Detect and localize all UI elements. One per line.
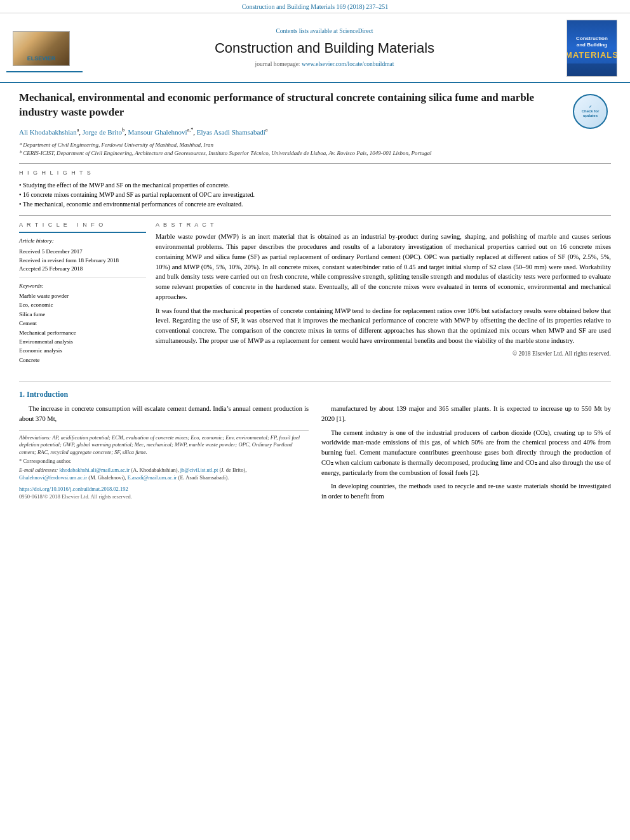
journal-title: Construction and Building Materials: [89, 39, 560, 58]
email-1[interactable]: khodabakhshi.ali@mail.um.ac.ir: [59, 467, 130, 473]
doi-text[interactable]: https://doi.org/10.1016/j.conbuildmat.20…: [19, 486, 128, 492]
intro-right-text: manufactured by about 139 major and 365 …: [321, 404, 611, 502]
contents-prefix: Contents lists available at: [276, 28, 337, 34]
email-2[interactable]: jb@civil.ist.utl.pt: [180, 467, 218, 473]
abstract-para-2: It was found that the mechanical propert…: [156, 306, 611, 346]
logo-top-text: Constructionand Building: [576, 36, 608, 48]
accepted-date: Accepted 25 February 2018: [19, 265, 146, 274]
authors-line: Ali Khodabakhshiana, Jorge de Britob, Ma…: [19, 126, 611, 137]
author-2: Jorge de Brito: [83, 128, 122, 136]
check-badge-text: ✓Check forupdates: [582, 105, 600, 119]
intro-two-col: The increase in concrete consumption wil…: [19, 404, 611, 505]
history-section: Article history: Received 5 December 201…: [19, 233, 146, 277]
keyword-3: Silica fume: [19, 310, 146, 319]
copyright-text: © 2018 Elsevier Ltd. All rights reserved…: [156, 350, 611, 358]
article-info-box: Article history: Received 5 December 201…: [19, 232, 146, 368]
keyword-8: Concrete: [19, 356, 146, 364]
intro-right-p2: The cement industry is one of the indust…: [321, 428, 611, 478]
highlights-label: H I G H L I G H T S: [19, 169, 611, 177]
received-date: Received 5 December 2017: [19, 248, 146, 257]
footnotes: Abbreviations: AP, acidification potenti…: [19, 430, 309, 501]
introduction-section: 1. Introduction The increase in concrete…: [19, 381, 611, 505]
journal-reference-text: Construction and Building Materials 169 …: [242, 3, 389, 10]
abbreviations-footnote: Abbreviations: AP, acidification potenti…: [19, 434, 309, 457]
logo-materials-text: MATERIALS: [566, 50, 617, 61]
homepage-url[interactable]: www.elsevier.com/locate/conbuildmat: [302, 61, 394, 67]
email-4[interactable]: E.asadi@mail.um.ac.ir: [128, 474, 177, 481]
abstract-label: A B S T R A C T: [156, 221, 611, 229]
highlight-item-3: The mechanical, economic and environment…: [19, 199, 611, 209]
intro-right-p3: In developing countries, the methods use…: [321, 481, 611, 502]
main-two-col: A R T I C L E I N F O Article history: R…: [19, 221, 611, 368]
affiliation-a: ᵃ Department of Civil Engineering, Ferdo…: [19, 141, 611, 149]
sciencedirect-text[interactable]: ScienceDirect: [339, 28, 373, 34]
highlight-item-2: 16 concrete mixes containing MWP and SF …: [19, 190, 611, 199]
intro-col-right: manufactured by about 139 major and 365 …: [321, 404, 611, 505]
article-title-container: Mechanical, environmental and economic p…: [19, 91, 611, 120]
section-title-text: Introduction: [27, 390, 68, 399]
abstract-text: Marble waste powder (MWP) is an inert ma…: [156, 232, 611, 345]
keyword-2: Eco, economic: [19, 300, 146, 309]
keyword-1: Marble waste powder: [19, 291, 146, 300]
highlight-item-1: Studying the effect of the MWP and SF on…: [19, 180, 611, 190]
author-1-sup: a: [77, 127, 79, 133]
affiliations: ᵃ Department of Civil Engineering, Ferdo…: [19, 141, 611, 157]
intro-left-p1: The increase in concrete consumption wil…: [19, 404, 309, 424]
author-3: Mansour Ghalehnovi: [128, 128, 187, 136]
keywords-section: Keywords: Marble waste powder Eco, econo…: [19, 278, 146, 369]
elsevier-logo: [6, 25, 83, 72]
separator-2: [19, 215, 611, 216]
article-title-text: Mechanical, environmental and economic p…: [19, 91, 534, 118]
highlights-section: H I G H L I G H T S Studying the effect …: [19, 169, 611, 209]
highlights-list: Studying the effect of the MWP and SF on…: [19, 180, 611, 209]
journal-header: Contents lists available at ScienceDirec…: [0, 13, 630, 83]
intro-right-p1: manufactured by about 139 major and 365 …: [321, 404, 611, 424]
author-4: Elyas Asadi Shamsabadi: [197, 128, 265, 136]
article-info-col: A R T I C L E I N F O Article history: R…: [19, 221, 146, 368]
elsevier-tree-image: [13, 31, 70, 66]
journal-logo-box: Constructionand Building MATERIALS: [566, 20, 617, 77]
journal-reference-bar: Construction and Building Materials 169 …: [0, 0, 630, 13]
abstract-col: A B S T R A C T Marble waste powder (MWP…: [156, 221, 611, 368]
journal-homepage: journal homepage: www.elsevier.com/locat…: [89, 60, 560, 69]
keyword-7: Economic analysis: [19, 346, 146, 355]
intro-left-text: The increase in concrete consumption wil…: [19, 404, 309, 424]
journal-header-center: Contents lists available at ScienceDirec…: [83, 27, 566, 69]
contents-available-line: Contents lists available at ScienceDirec…: [89, 27, 560, 36]
email-label: E-mail addresses:: [19, 467, 58, 473]
section-number: 1.: [19, 390, 25, 399]
article-body: Mechanical, environmental and economic p…: [0, 83, 630, 513]
check-for-updates-badge: ✓Check forupdates: [570, 91, 611, 132]
revised-date: Received in revised form 18 February 201…: [19, 257, 146, 265]
keyword-4: Cement: [19, 319, 146, 328]
issn-line: 0950-0618/© 2018 Elsevier Ltd. All right…: [19, 493, 309, 501]
homepage-prefix: journal homepage:: [255, 61, 300, 67]
abbreviations-text: Abbreviations: AP, acidification potenti…: [19, 434, 300, 456]
intro-col-left: The increase in concrete consumption wil…: [19, 404, 309, 505]
author-4-sup: a: [265, 127, 268, 133]
corresponding-footnote: * Corresponding author.: [19, 458, 309, 465]
keyword-5: Mechanical performance: [19, 328, 146, 337]
email-3[interactable]: Ghalehnovi@ferdowsi.um.ac.ir: [19, 474, 87, 481]
separator-1: [19, 163, 611, 164]
author-3-sup: a,*: [187, 127, 194, 133]
history-label: Article history:: [19, 237, 146, 245]
abstract-section: A B S T R A C T Marble waste powder (MWP…: [156, 221, 611, 358]
affiliation-b: ᵇ CERIS-ICIST, Department of Civil Engin…: [19, 149, 611, 157]
author-2-sup: b: [122, 127, 124, 133]
author-1: Ali Khodabakhshian: [19, 128, 77, 136]
keyword-6: Environmental analysis: [19, 337, 146, 346]
keywords-label: Keywords:: [19, 282, 146, 290]
article-info-label: A R T I C L E I N F O: [19, 221, 146, 229]
introduction-title: 1. Introduction: [19, 389, 611, 400]
abstract-para-1: Marble waste powder (MWP) is an inert ma…: [156, 232, 611, 302]
email-footnote: E-mail addresses: khodabakhshi.ali@mail.…: [19, 467, 309, 482]
doi-line[interactable]: https://doi.org/10.1016/j.conbuildmat.20…: [19, 486, 309, 493]
check-badge-inner: ✓Check forupdates: [573, 94, 608, 129]
